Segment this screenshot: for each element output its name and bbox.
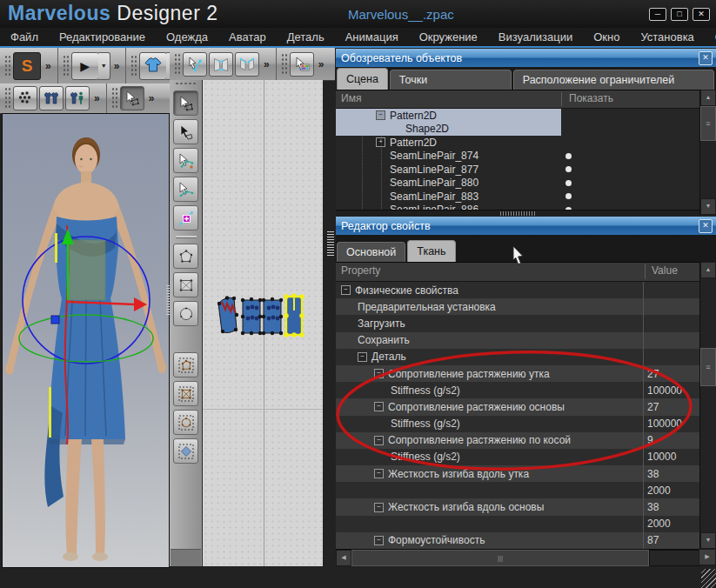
scroll-thumb[interactable]: ≡ — [700, 348, 716, 386]
collapse-icon[interactable]: − — [374, 503, 384, 512]
tree-row-Shape2D[interactable]: Shape2D — [336, 123, 699, 137]
dart-button[interactable] — [173, 438, 198, 464]
window-resize-grip[interactable] — [701, 569, 716, 588]
scroll-down-button[interactable]: ▼ — [700, 532, 716, 549]
3d-viewport[interactable] — [2, 113, 170, 568]
scroll-left-button[interactable]: ◀ — [336, 550, 351, 566]
property-editor-titlebar[interactable]: Редактор свойств ✕ — [336, 217, 716, 235]
object-tree-vscrollbar[interactable]: ▲ ≡ ▼ — [699, 90, 716, 215]
collapse-icon[interactable]: − — [374, 402, 384, 411]
property-value[interactable]: 87 — [643, 532, 699, 549]
menu-item-2[interactable]: Одежда — [156, 30, 218, 43]
tree-row-SeamLinePair_880[interactable]: SeamLinePair_880 — [336, 177, 699, 190]
object-browser-tab-2[interactable]: Расположение ограничителей объема — [513, 70, 714, 90]
panel-close-button[interactable]: ✕ — [699, 51, 713, 65]
toolbar-grip[interactable] — [4, 55, 10, 77]
collapse-icon[interactable]: − — [358, 352, 367, 362]
property-row-6[interactable]: Stiffness (g/s2)100000 — [336, 382, 699, 398]
internal-polygon-button[interactable] — [173, 352, 198, 378]
2d-pattern-view[interactable] — [203, 80, 323, 566]
collapse-icon[interactable]: − — [376, 110, 385, 120]
select-tool-button[interactable] — [120, 86, 144, 110]
scroll-up-button[interactable]: ▲ — [700, 90, 716, 106]
object-browser-tab-1[interactable]: Точки распределения — [390, 70, 512, 90]
minimize-button[interactable]: ─ — [649, 8, 666, 21]
clothes-avatar-button[interactable] — [65, 86, 90, 110]
menu-item-6[interactable]: Окружение — [409, 30, 488, 43]
property-value[interactable]: 27 — [643, 398, 699, 415]
property-vscrollbar[interactable]: ▲ ≡ ▼ — [699, 262, 716, 549]
property-row-10[interactable]: Stiffness (g/s2)10000 — [336, 449, 699, 465]
collapse-icon[interactable]: − — [374, 436, 384, 445]
menu-item-8[interactable]: Окно — [583, 30, 630, 43]
tree-row-SeamLinePair_877[interactable]: SeamLinePair_877 — [336, 163, 699, 177]
play-dropdown[interactable]: ▼ — [98, 52, 110, 80]
splitter-2d-grip[interactable] — [327, 231, 334, 257]
object-browser-titlebar[interactable]: Обозреватель объектов ✕ — [336, 49, 716, 67]
overflow-chevron-icon[interactable]: » — [42, 60, 55, 72]
menu-item-0[interactable]: Файл — [0, 30, 49, 43]
add-point-button[interactable] — [173, 205, 198, 231]
property-row-4[interactable]: −Деталь — [336, 349, 699, 365]
hscroll-thumb[interactable]: ||| — [351, 550, 649, 566]
property-editor-tab-0[interactable]: Основной — [337, 242, 405, 262]
menu-item-5[interactable]: Анимация — [335, 30, 409, 43]
visibility-dot-icon[interactable] — [565, 193, 572, 199]
property-value[interactable]: 100000 — [643, 382, 699, 398]
edit-curve-point-button[interactable] — [173, 177, 198, 202]
property-row-8[interactable]: Stiffness (g/s2)100000 — [336, 416, 699, 432]
menu-item-9[interactable]: Установка — [630, 30, 704, 43]
property-value[interactable]: 2000 — [643, 516, 699, 532]
menu-item-4[interactable]: Деталь — [277, 30, 335, 43]
clothes-pair-button[interactable] — [39, 86, 64, 110]
play-button[interactable]: ▶ — [71, 52, 99, 80]
toolbar-grip[interactable] — [175, 82, 197, 87]
property-editor-tab-1[interactable]: Ткань — [407, 240, 455, 262]
property-row-12[interactable]: 2000 — [336, 482, 699, 498]
property-value[interactable]: 10000 — [643, 449, 699, 465]
menu-item-3[interactable]: Аватар — [218, 30, 277, 43]
property-hscrollbar[interactable]: ◀ ||| — [336, 549, 699, 566]
property-row-5[interactable]: −Сопротивление растяжению утка27 — [336, 365, 699, 382]
edit-curvature-button[interactable] — [173, 148, 198, 173]
column-property[interactable]: Property — [336, 263, 646, 281]
show-points-button[interactable] — [13, 86, 37, 110]
menu-item-1[interactable]: Редактирование — [49, 30, 156, 43]
internal-circle-button[interactable] — [173, 410, 198, 435]
property-row-3[interactable]: Сохранить — [336, 332, 699, 349]
property-value[interactable] — [643, 315, 699, 331]
overflow-chevron-icon[interactable]: » — [90, 92, 104, 104]
rectangle-button[interactable] — [173, 272, 198, 297]
object-tree-hscrollbar[interactable] — [336, 210, 699, 217]
menu-item-10[interactable]: Справка — [705, 30, 716, 43]
visibility-dot-icon[interactable] — [565, 180, 572, 186]
collapse-icon[interactable]: − — [341, 285, 351, 295]
property-row-1[interactable]: Предварительная установка — [336, 298, 699, 315]
menu-item-7[interactable]: Визуализации — [488, 30, 583, 43]
toolbar-grip[interactable] — [63, 55, 69, 77]
scroll-down-button[interactable]: ▼ — [700, 198, 716, 215]
property-value[interactable]: 9 — [643, 432, 699, 449]
property-value[interactable]: 38 — [643, 465, 699, 482]
pattern-pieces[interactable] — [217, 291, 314, 342]
tree-row-SeamLinePair_874[interactable]: SeamLinePair_874 — [336, 150, 699, 164]
property-value[interactable]: 27 — [643, 365, 699, 382]
tree-row-SeamLinePair_883[interactable]: SeamLinePair_883 — [336, 190, 699, 204]
scroll-right-button[interactable]: ▶ — [699, 549, 716, 565]
property-value[interactable] — [643, 298, 699, 315]
collapse-icon[interactable]: − — [374, 469, 384, 478]
column-show[interactable]: Показать — [564, 90, 619, 108]
overflow-chevron-icon[interactable]: » — [315, 58, 328, 70]
expand-icon[interactable]: + — [376, 137, 385, 147]
property-value[interactable]: 100000 — [643, 416, 699, 432]
property-row-11[interactable]: −Жесткость изгиба вдоль утка38 — [336, 465, 699, 482]
edit-segment-button[interactable] — [183, 52, 207, 77]
toolbar-grip[interactable] — [174, 53, 180, 76]
property-row-15[interactable]: −Формоустойчивость87 — [336, 532, 699, 549]
overflow-chevron-icon[interactable]: » — [260, 58, 273, 70]
garment-button[interactable] — [139, 52, 167, 80]
maximize-button[interactable]: □ — [671, 8, 688, 21]
collapse-icon[interactable]: − — [374, 369, 384, 378]
toolbar-grip[interactable] — [4, 87, 10, 110]
pattern-points-button[interactable] — [209, 52, 233, 77]
